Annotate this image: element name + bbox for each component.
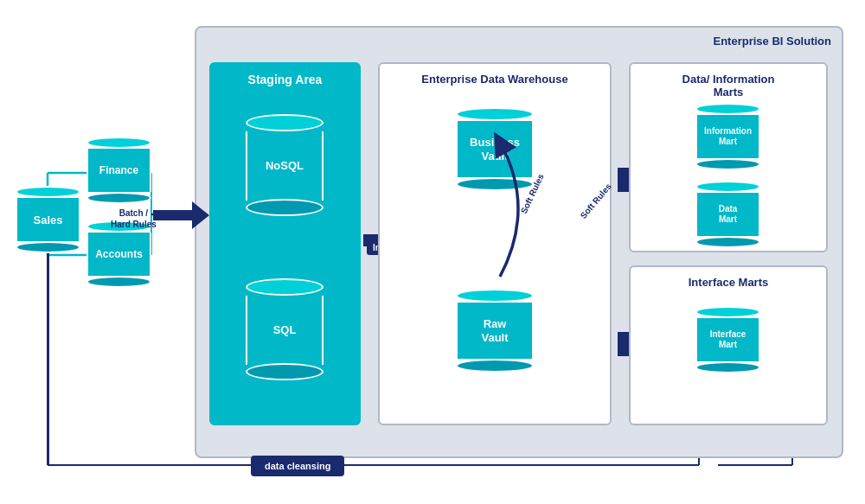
accounts-source-cylinder: Accounts — [86, 220, 151, 288]
data-mart-cylinder: DataMart — [695, 181, 760, 248]
batch-hard-rules-label: Batch /Hard Rules — [111, 207, 157, 230]
business-vault-cylinder: BusinessVault — [456, 107, 534, 191]
nosql-label: NoSQL — [266, 159, 304, 173]
sql-cylinder: SQL — [246, 278, 324, 380]
accounts-label: Accounts — [95, 248, 143, 260]
enterprise-box: Enterprise BI Solution Staging Area NoSQ… — [195, 26, 843, 458]
info-marts-box: Data/ InformationMarts InformationMart D… — [629, 62, 828, 252]
nosql-cylinder: NoSQL — [246, 114, 324, 216]
info-marts-label: Data/ InformationMarts — [631, 73, 826, 99]
business-vault-label: BusinessVault — [470, 136, 520, 163]
raw-vault-label: RawVault — [481, 317, 508, 344]
enterprise-label: Enterprise BI Solution — [713, 35, 831, 48]
edw-box: Enterprise Data Warehouse BusinessVault … — [378, 62, 612, 425]
raw-vault-cylinder: RawVault — [456, 289, 534, 373]
sales-source-cylinder: Sales — [16, 186, 80, 253]
interface-mart-cylinder: InterfaceMart — [695, 306, 760, 373]
diagram-container: Enterprise BI Solution Staging Area NoSQ… — [0, 0, 865, 504]
data-mart-label: DataMart — [719, 204, 738, 225]
interface-mart-label: InterfaceMart — [710, 329, 746, 350]
interface-marts-label: Interface Marts — [631, 276, 826, 289]
finance-source-cylinder: Finance — [86, 137, 151, 204]
sales-label: Sales — [34, 214, 63, 226]
finance-label: Finance — [99, 164, 138, 176]
sql-label: SQL — [273, 323, 297, 337]
interface-marts-box: Interface Marts InterfaceMart — [629, 265, 828, 425]
information-mart-label: InformationMart — [704, 126, 752, 147]
data-cleansing-box: data cleansing — [251, 456, 344, 476]
information-mart-cylinder: InformationMart — [695, 103, 760, 170]
staging-box: Staging Area NoSQL SQL — [209, 62, 361, 425]
staging-label: Staging Area — [209, 73, 361, 86]
edw-label: Enterprise Data Warehouse — [380, 73, 610, 86]
batch-arrow — [153, 201, 209, 229]
data-cleansing-label: data cleansing — [265, 461, 330, 471]
